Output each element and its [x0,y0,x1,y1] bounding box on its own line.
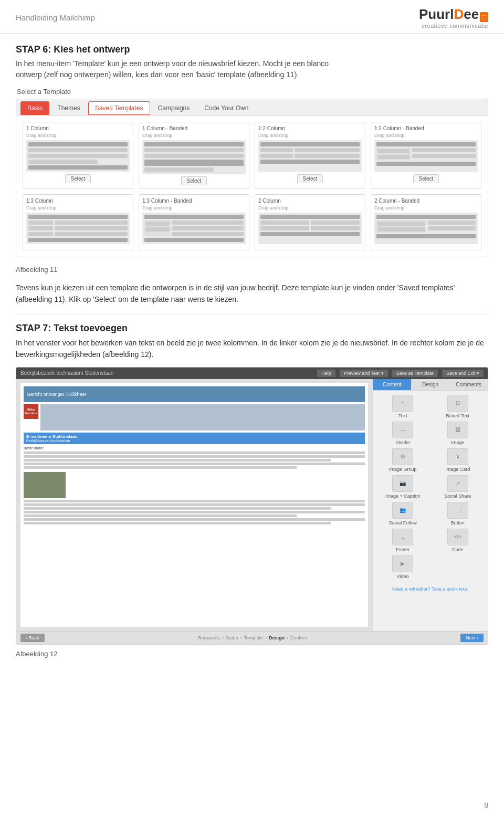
tab-campaigns[interactable]: Campaigns [151,101,197,115]
tab-themes[interactable]: Themes [50,101,87,115]
er-tab-content[interactable]: Content [373,379,411,390]
breadcrumb: Recipients › Setup › Template › Design ›… [198,635,307,640]
footer-icon: ⊥ [392,529,413,545]
content-item-image-card[interactable]: 🃏 Image Card [432,448,484,472]
editor-house-image [24,472,66,498]
video-icon: ▶ [392,555,413,572]
template-preview-1-3col-banded [142,213,246,244]
step7-para1: In het venster voor het bewerken van tek… [16,337,488,361]
template-card-1col-banded: 1 Column - Banded Drag and drop Select [139,122,249,189]
content-item-text[interactable]: ≡ Text [377,395,429,418]
page-number: 8 [484,801,488,810]
template-card-1-3col-banded: 1:3 Column - Banded Drag and drop [139,194,249,250]
step7-heading: STAP 7: Tekst toevoegen [16,323,488,334]
main-content: STAP 6: Kies het ontwerp In het menu-ite… [0,44,504,682]
editor-title-block: E-mailmemo Stationslaan Bedrijfsbezoek t… [24,433,365,444]
topbar-save-exit-btn[interactable]: Save and Exit ▾ [442,370,484,377]
content-item-image-caption[interactable]: 📷 Image + Caption [377,475,429,499]
editor-left-panel: Gericht ontvanger T.Klikheer UbboEmmius [16,379,372,631]
editor-bottombar: ‹ Back Recipients › Setup › Template › D… [16,631,488,644]
logo-text-dee: D [454,6,464,22]
page-header: Handleiding Mailchimp PuurlDee□ creatiev… [0,0,504,34]
select-btn-1col-banded[interactable]: Select [181,176,207,185]
template-preview-1-2col-banded [374,140,478,172]
content-item-boxed-text[interactable]: ⊡ Boxed Text [432,395,484,418]
tab-saved-templates[interactable]: Saved Templates [88,101,150,115]
step6-para1: Tevens kun je kiezen uit een template di… [16,282,488,306]
editor-newsletter-header: Gericht ontvanger T.Klikheer [24,386,365,402]
tab-basic[interactable]: Basic [20,101,49,115]
caption-12: Afbeelding 12 [16,650,488,658]
logo-tagline: creatieve communicatie [422,23,488,29]
boxed-text-icon: ⊡ [447,395,468,412]
template-card-1col: 1 Column Drag and drop Select [23,122,133,189]
template-card-1-3col: 1:3 Column Drag and drop [23,194,133,250]
logo-area: PuurlDee□ creatieve communicatie [419,6,488,29]
header-title: Handleiding Mailchimp [16,13,95,22]
editor-logo-box: UbboEmmius [24,404,38,419]
editor-salutation: Beste ouder, [24,446,365,450]
step6-heading: STAP 6: Kies het ontwerp [16,44,488,55]
social-follow-icon: 👥 [392,502,413,519]
template-preview-1-2col [258,140,362,172]
image-group-icon: ⊞ [392,448,413,465]
text-icon: ≡ [392,395,413,412]
template-preview-1col-banded [142,140,246,174]
social-share-icon: ↗ [447,475,468,492]
editor-right-tabs: Content Design Comments [373,379,488,391]
select-btn-1-2col-banded[interactable]: Select [413,174,439,183]
step6-section: STAP 6: Kies het ontwerp In het menu-ite… [16,44,488,306]
er-tab-comments[interactable]: Comments [449,379,488,390]
step6-subtext: In het menu-item 'Template' kun je een o… [16,58,488,80]
content-item-code[interactable]: </> Code [432,529,484,552]
editor-text-lines-2 [24,500,365,524]
content-item-image-group[interactable]: ⊞ Image Group [377,448,429,472]
editor-topbar-actions: Help Preview and Test ▾ Save as Template… [317,370,484,377]
template-preview-2col-banded [374,213,478,244]
content-item-button[interactable]: ⬜ Button [432,502,484,525]
content-item-divider[interactable]: — Divider [377,422,429,445]
content-item-social-share[interactable]: ↗ Social Share [432,475,484,499]
select-btn-1-2col[interactable]: Select [297,174,323,183]
divider-icon: — [392,422,413,438]
template-screenshot: Basic Themes Saved Templates Campaigns C… [16,99,488,257]
image-card-icon: 🃏 [447,448,468,465]
content-item-image[interactable]: 🖼 Image [432,422,484,445]
content-item-footer[interactable]: ⊥ Footer [377,529,429,552]
content-item-video[interactable]: ▶ Video [377,555,429,579]
topbar-preview-btn[interactable]: Preview and Test ▾ [340,370,388,377]
editor-text-lines [24,451,365,469]
tab-code-your-own[interactable]: Code Your Own [197,101,255,115]
editor-header-img [40,404,365,430]
template-card-1-2col: 1:2 Column Drag and drop [255,122,365,189]
editor-topbar-title: Bedrijfsbezoek technasium Stationslaan [20,370,113,376]
template-preview-2col [258,213,362,244]
template-grid: 1 Column Drag and drop Select 1 Column -… [16,115,488,257]
topbar-save-template-btn[interactable]: Save as Template [392,370,438,377]
editor-topbar: Bedrijfsbezoek technasium Stationslaan H… [16,367,488,379]
next-btn[interactable]: Next › [460,634,484,642]
divider [16,314,488,314]
back-btn[interactable]: ‹ Back [20,634,45,642]
logo: PuurlDee□ [419,6,488,23]
button-icon: ⬜ [447,502,468,519]
select-btn-1col[interactable]: Select [65,174,91,183]
editor-refresh-text[interactable]: Need a refresher? Take a quick tour. [373,583,488,595]
editor-left-inner: Gericht ontvanger T.Klikheer UbboEmmius [20,383,368,627]
template-select-label: Select a Template [16,88,488,96]
content-item-social-follow[interactable]: 👥 Social Follow [377,502,429,525]
template-card-2col: 2 Column Drag and drop [255,194,365,250]
step7-section: STAP 7: Tekst toevoegen In het venster v… [16,323,488,658]
image-icon: 🖼 [447,422,468,438]
code-icon: </> [447,529,468,545]
template-card-1-2col-banded: 1:2 Column - Banded Drag and drop [371,122,481,189]
topbar-help-btn[interactable]: Help [317,370,335,377]
editor-img-row: UbboEmmius [24,404,365,430]
editor-right-panel: Content Design Comments ≡ Text ⊡ Boxed T… [372,379,488,631]
tabs-bar: Basic Themes Saved Templates Campaigns C… [16,99,488,115]
image-caption-icon: 📷 [392,475,413,492]
er-tab-design[interactable]: Design [411,379,449,390]
logo-text-puur: Puur [419,6,450,22]
editor-screenshot: Bedrijfsbezoek technasium Stationslaan H… [16,367,488,645]
logo-box: □ [480,12,488,22]
